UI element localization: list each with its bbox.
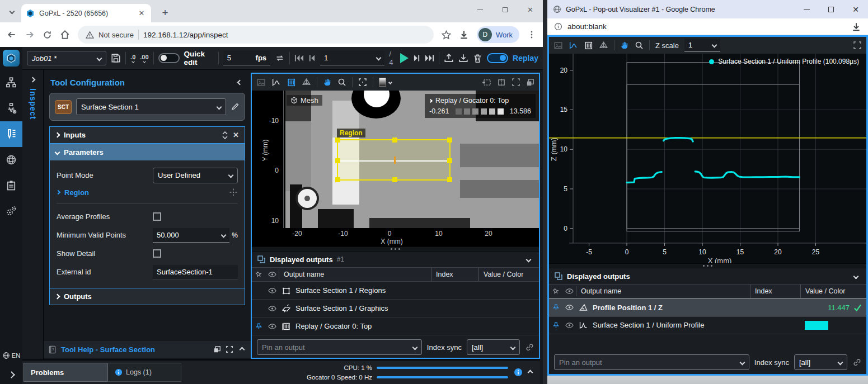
visibility-toggle-icon[interactable] <box>265 305 279 312</box>
mesh-view-icon[interactable] <box>302 78 311 87</box>
tab-inspect[interactable]: Inspect <box>29 88 37 120</box>
tool-select[interactable]: Surface Section 1 <box>76 98 226 115</box>
back-icon[interactable] <box>7 30 17 40</box>
snap-region-icon[interactable] <box>482 78 491 87</box>
sidebar-item-mesh[interactable] <box>0 147 22 173</box>
forward-icon[interactable] <box>25 30 35 40</box>
sidebar-item-settings[interactable] <box>0 198 22 224</box>
palette-select[interactable] <box>379 78 392 87</box>
quick-edit-toggle[interactable] <box>158 53 180 63</box>
region-handle[interactable] <box>392 177 397 182</box>
remove-tool-icon[interactable]: ✕ <box>233 131 239 139</box>
tab-logs[interactable]: Logs (1) <box>107 363 181 382</box>
profile-view-icon[interactable] <box>569 41 578 50</box>
fullscreen-help-icon[interactable] <box>226 345 233 353</box>
profile-chip[interactable]: D Work <box>477 26 519 43</box>
region-focus-icon[interactable] <box>229 188 238 197</box>
popout-visualizer-icon[interactable] <box>526 78 534 87</box>
link-visualizers-icon[interactable] <box>525 343 534 352</box>
collapse-outputs-icon[interactable] <box>853 273 859 279</box>
stats-info-icon[interactable] <box>514 368 523 377</box>
panel-resize-handle[interactable] <box>252 246 539 252</box>
delete-recording-icon[interactable] <box>473 54 482 63</box>
pin-output-select[interactable]: Pin an output <box>554 354 749 370</box>
intensity-view-icon[interactable] <box>553 41 563 50</box>
section-inputs[interactable]: Inputs ✕ <box>50 127 245 144</box>
link-visualizers-icon[interactable] <box>852 358 861 367</box>
save-job-icon[interactable] <box>111 53 121 63</box>
loop-playback-icon[interactable] <box>275 54 285 63</box>
minimize-button[interactable] <box>794 0 819 18</box>
output-row[interactable]: Surface Section 1 / Uniform Profile <box>549 316 866 334</box>
tab-search-button[interactable] <box>6 5 18 17</box>
last-frame-icon[interactable] <box>425 54 434 62</box>
pan-tool-icon[interactable] <box>323 78 332 87</box>
frame-select[interactable]: 1 <box>320 51 384 65</box>
first-frame-icon[interactable] <box>294 54 304 62</box>
pin-icon[interactable] <box>549 321 562 329</box>
sidebar-item-inspect[interactable] <box>0 121 22 147</box>
play-button[interactable] <box>400 53 409 63</box>
point-mode-select[interactable]: User Defined <box>153 168 238 183</box>
output-row-selected[interactable]: Profile Position 1 / Z 11.447 <box>549 298 866 316</box>
fps-input[interactable]: 5 fps <box>223 51 270 65</box>
profile-view-icon[interactable] <box>271 78 281 87</box>
visibility-toggle-icon[interactable] <box>265 287 279 294</box>
colorbar-overlay[interactable]: Replay / Gocator 0: Top -0.261 13.586 <box>425 94 536 118</box>
min-valid-points-input[interactable]: 50.000 <box>153 228 229 243</box>
download-icon[interactable] <box>459 30 469 40</box>
zoom-tool-icon[interactable] <box>337 78 346 87</box>
section-parameters[interactable]: Parameters <box>50 144 245 160</box>
index-sync-select[interactable]: [all] <box>794 354 847 370</box>
decimal-decrease-button[interactable]: .0 <box>130 54 135 63</box>
pin-output-select[interactable]: Pin an output <box>257 339 422 355</box>
reorder-icon[interactable] <box>222 131 228 139</box>
pin-icon[interactable] <box>549 304 562 311</box>
maximize-button[interactable] <box>819 0 843 18</box>
region-handle[interactable] <box>447 138 452 143</box>
fullscreen-view-icon[interactable] <box>853 41 862 50</box>
section-anchor[interactable] <box>394 157 396 164</box>
fullscreen-view-icon[interactable] <box>512 78 520 87</box>
show-detail-checkbox[interactable] <box>153 249 161 258</box>
page-info-icon[interactable] <box>554 22 562 31</box>
job-select[interactable]: Job01 * <box>27 51 106 65</box>
region-handle[interactable] <box>447 177 452 182</box>
heightmap-view-icon[interactable] <box>584 41 593 50</box>
sidebar-item-jobs[interactable] <box>0 173 22 198</box>
mesh-view-icon[interactable] <box>599 41 608 50</box>
import-icon[interactable] <box>458 53 468 63</box>
export-icon[interactable] <box>444 53 454 63</box>
output-row[interactable]: Surface Section 1 / Graphics <box>252 300 539 317</box>
rename-tool-icon[interactable] <box>231 102 240 111</box>
region-box[interactable]: Region <box>337 139 451 181</box>
collapse-panel-icon[interactable] <box>237 79 243 85</box>
intensity-view-icon[interactable] <box>256 78 266 87</box>
mesh-chip[interactable]: Mesh <box>287 95 322 106</box>
output-row[interactable]: Surface Section 1 / Regions <box>252 282 539 300</box>
next-frame-icon[interactable] <box>413 54 420 62</box>
section-outputs[interactable]: Outputs <box>50 288 245 305</box>
close-button[interactable]: ✕ <box>518 0 543 19</box>
tab-close-icon[interactable]: ✕ <box>137 8 147 18</box>
maximize-button[interactable] <box>492 0 518 19</box>
fit-view-icon[interactable] <box>358 78 367 87</box>
language-selector[interactable]: EN <box>2 352 20 359</box>
collapse-outputs-icon[interactable] <box>526 257 532 262</box>
expand-help-icon[interactable] <box>240 347 245 352</box>
center-view-icon[interactable] <box>497 78 506 87</box>
heightmap-view-icon[interactable] <box>287 78 296 87</box>
index-sync-select[interactable]: [all] <box>467 339 520 355</box>
external-id-input[interactable]: SurfaceSection-1 <box>153 265 238 279</box>
window-title-bar[interactable]: GoPxL - Pop-out Visualizer #1 - Google C… <box>547 0 868 18</box>
visibility-toggle-icon[interactable] <box>265 323 279 330</box>
average-profiles-checkbox[interactable] <box>153 212 161 221</box>
pan-tool-icon[interactable] <box>620 41 629 50</box>
tool-help-bar[interactable]: ? Tool Help - Surface Section <box>44 341 251 358</box>
bookmark-star-icon[interactable] <box>442 30 451 40</box>
visibility-toggle-icon[interactable] <box>562 304 576 311</box>
close-button[interactable]: ✕ <box>843 0 868 18</box>
region-handle[interactable] <box>335 158 340 163</box>
prev-frame-icon[interactable] <box>308 54 316 62</box>
rail-expand-icon[interactable] <box>0 365 22 384</box>
